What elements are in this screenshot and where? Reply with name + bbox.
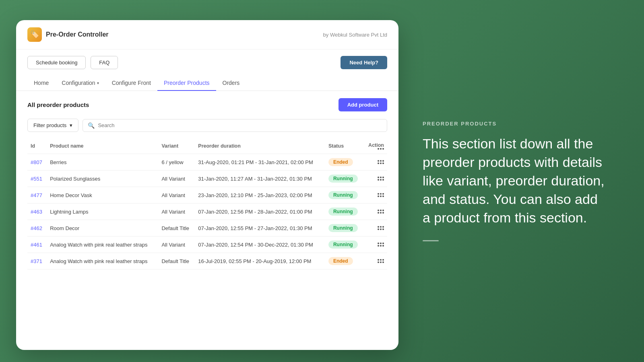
content-area: All preorder products Add product Filter… [16, 91, 398, 277]
filter-chevron-icon: ▾ [70, 122, 72, 128]
status-badge: Running [328, 191, 358, 199]
tab-orders[interactable]: Orders [216, 76, 246, 91]
cell-action [363, 237, 387, 253]
tab-home[interactable]: Home [27, 76, 55, 91]
cell-status: Running [325, 187, 363, 204]
cell-variant: Default Title [158, 220, 195, 237]
table-row: #463 Lightning Lamps All Variant 07-Jan-… [27, 204, 387, 220]
action-dots-bottom[interactable] [378, 261, 384, 263]
product-id-link[interactable]: #371 [31, 258, 42, 264]
schedule-booking-button[interactable]: Schedule booking [27, 56, 86, 69]
header-actions: Schedule booking FAQ Need Help? [27, 56, 387, 69]
cell-duration: 31-Jan-2020, 11:27 AM - 31-Jan-2022, 01:… [195, 171, 325, 187]
cell-status: Ended [325, 154, 363, 171]
col-header-status: Status [325, 138, 363, 154]
table-row: #477 Home Decor Vask All Variant 23-Jan-… [27, 187, 387, 204]
section-divider [423, 240, 439, 241]
cell-variant: All Variant [158, 187, 195, 204]
need-help-button[interactable]: Need Help? [341, 56, 387, 69]
search-icon: 🔍 [88, 122, 95, 129]
tab-configure-front[interactable]: Configure Front [105, 76, 157, 91]
filter-products-button[interactable]: Filter products ▾ [27, 119, 78, 132]
action-dots-top[interactable] [378, 243, 384, 244]
cell-variant: 6 / yellow [158, 154, 195, 171]
cell-action [363, 253, 387, 269]
cell-status: Running [325, 220, 363, 237]
action-dots-top[interactable] [378, 193, 384, 195]
main-card: 🏷️ Pre-Order Controller by Webkul Softwa… [16, 20, 398, 350]
products-table: Id Product name Variant Preorder duratio… [27, 138, 387, 269]
cell-status: Running [325, 204, 363, 220]
action-dots-bottom[interactable] [378, 245, 384, 247]
brand-emoji: 🏷️ [30, 30, 39, 39]
action-dots-top[interactable] [378, 259, 384, 261]
cell-action [363, 154, 387, 171]
cell-id: #461 [27, 237, 47, 253]
col-header-product-name: Product name [47, 138, 158, 154]
filter-row: Filter products ▾ 🔍 [27, 119, 387, 132]
product-id-link[interactable]: #462 [31, 225, 42, 231]
status-badge: Ended [328, 158, 353, 166]
cell-action [363, 204, 387, 220]
cell-action [363, 187, 387, 204]
action-dots-bottom[interactable] [378, 228, 384, 230]
table-row: #807 Berries 6 / yellow 31-Aug-2020, 01:… [27, 154, 387, 171]
card-header: 🏷️ Pre-Order Controller by Webkul Softwa… [16, 20, 398, 49]
faq-button[interactable]: FAQ [91, 56, 118, 69]
cell-product-name: Room Decor [47, 220, 158, 237]
action-dots-bottom[interactable] [378, 162, 384, 164]
cell-duration: 23-Jan-2020, 12:10 PM - 25-Jan-2023, 02:… [195, 187, 325, 204]
col-header-variant: Variant [158, 138, 195, 154]
page-title: All preorder products [27, 101, 89, 108]
cell-duration: 31-Aug-2020, 01:21 PM - 31-Jan-2021, 02:… [195, 154, 325, 171]
brand-section: 🏷️ Pre-Order Controller [27, 27, 109, 42]
tab-preorder-products[interactable]: Preorder Products [157, 76, 216, 91]
search-input[interactable] [98, 122, 382, 128]
cell-product-name: Berries [47, 154, 158, 171]
chevron-down-icon: ▾ [97, 81, 99, 85]
cell-id: #551 [27, 171, 47, 187]
cell-action [363, 220, 387, 237]
action-dots-bottom[interactable] [378, 195, 384, 197]
product-id-link[interactable]: #463 [31, 209, 42, 215]
action-dots-top[interactable] [378, 210, 384, 211]
cell-product-name: Analog Watch with pink real leather stra… [47, 237, 158, 253]
tab-configuration[interactable]: Configuration ▾ [55, 76, 105, 91]
status-badge: Running [328, 224, 358, 232]
action-dots-bottom[interactable] [378, 179, 384, 181]
col-header-action: Action [363, 138, 387, 154]
action-dots-top[interactable] [378, 177, 384, 178]
product-id-link[interactable]: #807 [31, 159, 42, 165]
cell-id: #463 [27, 204, 47, 220]
col-header-preorder-duration: Preorder duration [195, 138, 325, 154]
brand-name: Pre-Order Controller [46, 31, 109, 38]
cell-variant: Default Title [158, 253, 195, 269]
cell-id: #807 [27, 154, 47, 171]
table-row: #462 Room Decor Default Title 07-Jan-202… [27, 220, 387, 237]
cell-product-name: Lightning Lamps [47, 204, 158, 220]
table-row: #551 Polarized Sunglasses All Variant 31… [27, 171, 387, 187]
page-title-row: All preorder products Add product [27, 98, 387, 111]
product-id-link[interactable]: #551 [31, 176, 42, 182]
nav-tabs: Home Configuration ▾ Configure Front Pre… [16, 76, 398, 91]
cell-status: Running [325, 171, 363, 187]
cell-duration: 07-Jan-2020, 12:54 PM - 30-Dec-2022, 01:… [195, 237, 325, 253]
action-dots-top[interactable] [378, 160, 384, 162]
cell-id: #462 [27, 220, 47, 237]
action-dots-bottom[interactable] [378, 212, 384, 214]
cell-variant: All Variant [158, 171, 195, 187]
action-dots-top[interactable] [378, 226, 384, 228]
table-row: #371 Analog Watch with pink real leather… [27, 253, 387, 269]
right-panel: PREORDER PRODUCTS This section list down… [398, 105, 644, 257]
table-row: #461 Analog Watch with pink real leather… [27, 237, 387, 253]
add-product-button[interactable]: Add product [339, 98, 387, 111]
cell-duration: 07-Jan-2020, 12:55 PM - 27-Jan-2022, 01:… [195, 220, 325, 237]
cell-duration: 16-Jul-2019, 02:55 PM - 20-Aug-2019, 12:… [195, 253, 325, 269]
product-id-link[interactable]: #461 [31, 242, 42, 248]
search-box: 🔍 [83, 119, 387, 132]
cell-product-name: Home Decor Vask [47, 187, 158, 204]
status-badge: Running [328, 208, 358, 216]
filter-label: Filter products [33, 122, 66, 128]
brand-icon: 🏷️ [27, 27, 42, 42]
product-id-link[interactable]: #477 [31, 192, 42, 198]
